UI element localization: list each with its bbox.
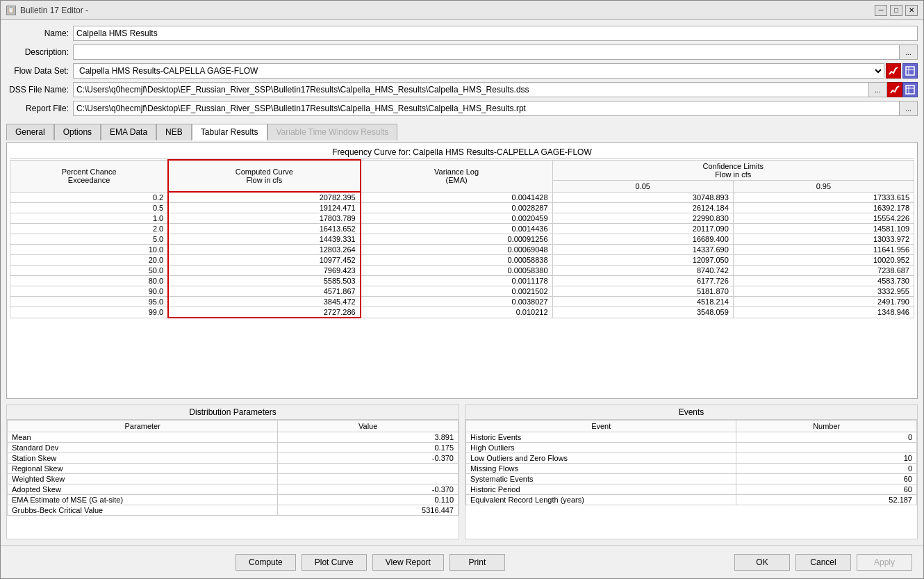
report-file-row: Report File: ...	[6, 101, 918, 116]
list-item: Equivalent Record Length (years)52.187	[466, 495, 917, 505]
close-button[interactable]: ✕	[905, 5, 918, 16]
dist-params-table: Parameter Value Mean3.891Standard Dev0.1…	[7, 420, 459, 516]
description-input[interactable]	[73, 44, 900, 60]
table-row: 95.0 3845.472 0.0038027 4518.214 2491.79…	[10, 297, 914, 307]
list-item: Missing Flows0	[466, 464, 917, 474]
dist-params-title: Distribution Parameters	[7, 405, 459, 420]
list-item: Adopted Skew-0.370	[8, 484, 459, 495]
list-item: Standard Dev0.175	[8, 443, 459, 453]
tab-variable-time-window: Variable Time Window Results	[267, 124, 398, 140]
table-row: 5.0 14439.331 0.00091256 16689.400 13033…	[10, 234, 914, 245]
ok-button[interactable]: OK	[734, 554, 790, 571]
table-row: 90.0 4571.867 0.0021502 5181.870 3332.95…	[10, 286, 914, 297]
list-item: Historic Period60	[466, 484, 917, 495]
description-label: Description:	[6, 47, 69, 57]
tab-tabular-results[interactable]: Tabular Results	[192, 124, 267, 140]
list-item: Mean3.891	[8, 432, 459, 443]
table-row: 0.5 19124.471 0.0028287 26124.184 16392.…	[10, 203, 914, 213]
col-header-percent-chance: Percent ChanceExceedance	[10, 160, 169, 192]
tab-content-tabular: Frequency Curve for: Calpella HMS Result…	[6, 142, 918, 399]
table-row: 20.0 10977.452 0.00058838 12097.050 1002…	[10, 255, 914, 266]
events-col-event: Event	[466, 421, 736, 432]
list-item: Low Outliers and Zero Flows10	[466, 453, 917, 464]
apply-button[interactable]: Apply	[857, 554, 912, 571]
list-item: Grubbs-Beck Critical Value5316.447	[8, 505, 459, 516]
dss-chart-button[interactable]	[887, 82, 902, 97]
table-row: 50.0 7969.423 0.00058380 8740.742 7238.6…	[10, 266, 914, 276]
table-row: 10.0 12803.264 0.00069048 14337.690 1164…	[10, 245, 914, 255]
tab-neb[interactable]: NEB	[156, 124, 192, 140]
dss-browse-button[interactable]: ...	[869, 82, 887, 97]
report-file-label: Report File:	[6, 104, 69, 113]
tab-general[interactable]: General	[6, 124, 54, 140]
dss-file-input[interactable]	[73, 82, 869, 97]
data-table-container[interactable]: Percent ChanceExceedance Computed CurveF…	[10, 159, 914, 395]
compute-button[interactable]: Compute	[236, 554, 296, 571]
list-item: Historic Events0	[466, 432, 917, 443]
name-input[interactable]	[73, 26, 918, 41]
dist-col-value: Value	[278, 421, 459, 432]
col-header-confidence-limits: Confidence LimitsFlow in cfs	[552, 160, 914, 180]
cancel-button[interactable]: Cancel	[795, 554, 851, 571]
frequency-table: Percent ChanceExceedance Computed CurveF…	[10, 159, 914, 318]
list-item: Regional Skew	[8, 464, 459, 474]
list-item: Station Skew-0.370	[8, 453, 459, 464]
dss-file-label: DSS File Name:	[6, 85, 69, 95]
events-table: Event Number Historic Events0High Outlie…	[465, 420, 917, 505]
main-window: 📋 Bulletin 17 Editor - ─ □ ✕ Name: Descr…	[0, 0, 924, 579]
bottom-panels: Distribution Parameters Parameter Value …	[1, 399, 923, 545]
list-item: Systematic Events60	[466, 474, 917, 484]
col-header-conf-005: 0.05	[552, 180, 733, 192]
footer-left-buttons: Compute Plot Curve View Report Print	[12, 554, 729, 571]
flow-data-set-select[interactable]: Calpella HMS Results-CALPELLA GAGE-FLOW	[73, 63, 884, 79]
table-row: 1.0 17803.789 0.0020459 22990.830 15554.…	[10, 213, 914, 224]
events-col-number: Number	[736, 421, 917, 432]
list-item: EMA Estimate of MSE (G at-site)0.110	[8, 495, 459, 505]
footer-right-buttons: OK Cancel Apply	[734, 554, 912, 571]
list-item: Weighted Skew	[8, 474, 459, 484]
svg-rect-0	[906, 67, 914, 75]
tab-ema-data[interactable]: EMA Data	[101, 124, 156, 140]
minimize-button[interactable]: ─	[875, 5, 887, 16]
report-file-input[interactable]	[73, 101, 900, 116]
svg-rect-3	[906, 85, 914, 94]
dss-grid-button[interactable]	[902, 82, 918, 97]
report-browse-button[interactable]: ...	[900, 101, 918, 116]
flow-chart-button[interactable]	[886, 63, 901, 79]
view-report-button[interactable]: View Report	[372, 554, 444, 571]
name-row: Name:	[6, 26, 918, 41]
dist-col-parameter: Parameter	[8, 421, 278, 432]
col-header-variance-log: Variance Log(EMA)	[361, 160, 552, 192]
title-bar: 📋 Bulletin 17 Editor - ─ □ ✕	[1, 1, 923, 20]
title-bar-left: 📋 Bulletin 17 Editor -	[6, 6, 88, 15]
distribution-params-panel: Distribution Parameters Parameter Value …	[6, 405, 459, 539]
plot-curve-button[interactable]: Plot Curve	[302, 554, 367, 571]
col-header-computed-curve: Computed CurveFlow in cfs	[168, 160, 360, 192]
flow-settings-button[interactable]	[902, 63, 918, 79]
maximize-button[interactable]: □	[890, 5, 902, 16]
table-row: 0.2 20782.395 0.0041428 30748.893 17333.…	[10, 192, 914, 203]
col-header-conf-095: 0.95	[733, 180, 914, 192]
table-row: 99.0 2727.286 0.010212 3548.059 1348.946	[10, 307, 914, 318]
description-row: Description: ...	[6, 44, 918, 60]
list-item: High Outliers	[466, 443, 917, 453]
window-title: Bulletin 17 Editor -	[20, 6, 88, 15]
tab-bar: General Options EMA Data NEB Tabular Res…	[6, 124, 918, 140]
title-bar-controls: ─ □ ✕	[875, 5, 918, 16]
events-panel: Events Event Number Historic Events0High…	[465, 405, 918, 539]
frequency-title: Frequency Curve for: Calpella HMS Result…	[10, 146, 914, 159]
name-label: Name:	[6, 28, 69, 38]
description-browse-button[interactable]: ...	[900, 44, 918, 60]
events-title: Events	[465, 405, 917, 420]
table-row: 80.0 5585.503 0.0011178 6177.726 4583.73…	[10, 276, 914, 286]
print-button[interactable]: Print	[449, 554, 505, 571]
tab-options[interactable]: Options	[54, 124, 101, 140]
flow-data-set-label: Flow Data Set:	[6, 66, 69, 76]
app-icon: 📋	[6, 6, 16, 15]
table-row: 2.0 16413.652 0.0014436 20117.090 14581.…	[10, 224, 914, 234]
footer: Compute Plot Curve View Report Print OK …	[1, 545, 923, 578]
dss-file-row: DSS File Name: ...	[6, 82, 918, 97]
flow-data-set-row: Flow Data Set: Calpella HMS Results-CALP…	[6, 63, 918, 79]
